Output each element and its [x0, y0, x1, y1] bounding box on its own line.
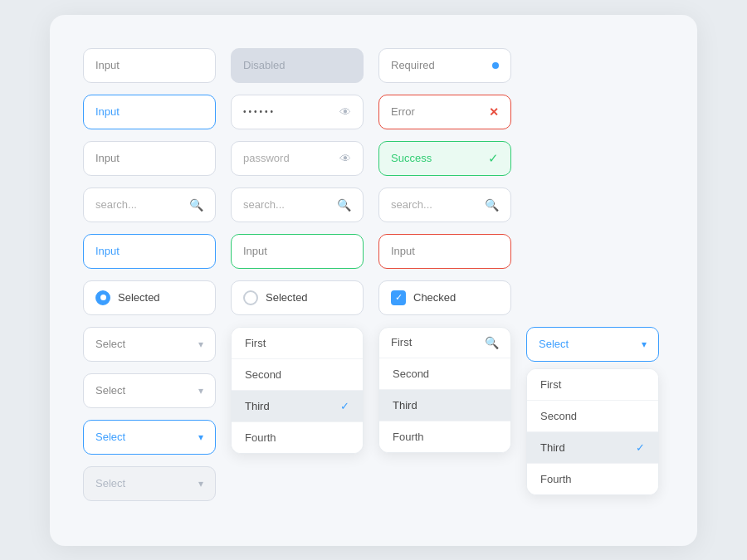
dropdown-active: First Second Third ✓ Fourth	[526, 368, 659, 495]
search-input-3[interactable]: search... 🔍	[378, 187, 511, 222]
search2-col: search... 🔍	[231, 187, 364, 222]
input-active[interactable]: Input	[83, 95, 216, 129]
input-disabled: Disabled	[231, 48, 364, 83]
radio-selected-empty[interactable]: Selected	[231, 280, 364, 315]
password-placeholder: password	[243, 152, 290, 164]
input-red-col: Input	[378, 234, 511, 269]
input-plain-col: Input	[83, 48, 216, 83]
input-red[interactable]: Input	[378, 234, 511, 269]
radio-selected-col: Selected	[83, 280, 216, 315]
input-blue[interactable]: Input	[83, 234, 216, 269]
dropdown-active-item-3[interactable]: Third ✓	[527, 432, 658, 464]
row-7: Select ▾ Select ▾ Select ▾ Select ▾ Firs…	[83, 327, 664, 501]
chevron-1: ▾	[198, 338, 203, 350]
check-icon-1: ✓	[340, 400, 349, 412]
main-card: Input Disabled Required Input •••••• 👁	[50, 15, 697, 546]
password-dots: ••••••	[243, 107, 276, 116]
input-required-label: Required	[391, 59, 435, 71]
dropdown-search-header[interactable]: First 🔍	[379, 328, 510, 358]
dropdown-plain-item-1[interactable]: First	[232, 328, 363, 359]
chevron-active: ▾	[642, 338, 647, 350]
input-password[interactable]: •••••• 👁	[231, 95, 364, 129]
search-icon-dropdown: 🔍	[485, 336, 499, 349]
search3-col: search... 🔍	[378, 187, 511, 222]
input-plain[interactable]: Input	[83, 48, 216, 83]
input-blue-col: Input	[83, 234, 216, 269]
dropdown-plain-item-4[interactable]: Fourth	[232, 422, 363, 453]
input-green[interactable]: Input	[231, 234, 364, 269]
select-3-label: Select	[95, 431, 125, 443]
select-4-label: Select	[95, 477, 125, 489]
input-active-col: Input	[83, 95, 216, 129]
checkbox-box: ✓	[391, 290, 406, 305]
chevron-3: ▾	[198, 431, 203, 443]
chevron-4: ▾	[198, 478, 203, 489]
input-plain2[interactable]: Input	[83, 141, 216, 176]
search-icon-2: 🔍	[337, 198, 351, 212]
dropdown-search-item-4[interactable]: Fourth	[379, 421, 510, 452]
checkbox-col: ✓ Checked	[378, 280, 511, 315]
checkbox-label: Checked	[413, 291, 456, 304]
radio-unselected-col: Selected	[231, 280, 364, 315]
input-success-label: Success	[391, 152, 432, 164]
search2-label: search...	[243, 198, 285, 211]
dropdown-plain: First Second Third ✓ Fourth	[231, 327, 364, 454]
input-error-col: Error ✕	[378, 95, 511, 129]
input-required[interactable]: Required	[378, 48, 511, 83]
input-red-label: Input	[391, 245, 415, 257]
input-password-col: •••••• 👁	[231, 95, 364, 129]
input-success[interactable]: Success ✓	[378, 141, 511, 176]
input-required-col: Required	[378, 48, 511, 83]
row-3: Input password 👁 Success ✓	[83, 141, 664, 176]
dropdown-plain-item-2[interactable]: Second	[232, 359, 363, 391]
input-plain-label: Input	[95, 59, 120, 71]
radio-dot-empty	[243, 290, 258, 305]
checkbox-checked[interactable]: ✓ Checked	[378, 280, 511, 315]
dropdown-active-item-1[interactable]: First	[527, 369, 658, 401]
dropdown-search-item-3[interactable]: Third	[379, 390, 510, 421]
select-4-disabled: Select ▾	[83, 466, 216, 501]
input-error[interactable]: Error ✕	[378, 95, 511, 129]
select-2-label: Select	[95, 384, 125, 397]
row-4: search... 🔍 search... 🔍 search... 🔍	[83, 187, 664, 222]
input-disabled-label: Disabled	[243, 59, 286, 71]
dropdown-search: First 🔍 Second Third Fourth	[378, 327, 511, 453]
select-3-active[interactable]: Select ▾	[83, 420, 216, 455]
search1-label: search...	[95, 198, 137, 211]
dropdown-search-item-2[interactable]: Second	[379, 358, 510, 390]
dropdown-plain-item-3[interactable]: Third ✓	[232, 391, 363, 422]
chevron-2: ▾	[198, 385, 203, 397]
dropdown-search-col: First 🔍 Second Third Fourth	[378, 327, 511, 453]
check-icon-2: ✓	[636, 441, 645, 454]
error-icon: ✕	[489, 105, 499, 119]
radio-selected-filled[interactable]: Selected	[83, 280, 216, 315]
radio-label-2: Selected	[266, 291, 308, 304]
input-disabled-col: Disabled	[231, 48, 364, 83]
row-2: Input •••••• 👁 Error ✕	[83, 95, 664, 129]
dropdown-active-item-4[interactable]: Fourth	[527, 464, 658, 494]
radio-label-1: Selected	[118, 291, 160, 304]
input-plain2-col: Input	[83, 141, 216, 176]
eye-icon-2[interactable]: 👁	[339, 152, 351, 165]
required-dot	[492, 62, 499, 69]
search-icon-1: 🔍	[189, 198, 203, 212]
search-icon-3: 🔍	[485, 198, 499, 212]
input-password2[interactable]: password 👁	[231, 141, 364, 176]
dropdown-active-item-2[interactable]: Second	[527, 401, 658, 432]
input-active-label: Input	[95, 105, 120, 118]
input-blue-label: Input	[95, 245, 120, 257]
search1-col: search... 🔍	[83, 187, 216, 222]
row-5: Input Input Input	[83, 234, 664, 269]
select-2[interactable]: Select ▾	[83, 373, 216, 408]
eye-icon[interactable]: 👁	[339, 105, 351, 119]
select-1[interactable]: Select ▾	[83, 327, 216, 362]
search-input-1[interactable]: search... 🔍	[83, 187, 216, 222]
search3-label: search...	[391, 198, 432, 211]
search-input-2[interactable]: search... 🔍	[231, 187, 364, 222]
input-password2-col: password 👁	[231, 141, 364, 176]
select-active-label: Select	[539, 338, 569, 350]
select-list-col: Select ▾ Select ▾ Select ▾ Select ▾	[83, 327, 216, 501]
input-green-col: Input	[231, 234, 364, 269]
select-active[interactable]: Select ▾	[526, 327, 659, 362]
input-green-label: Input	[243, 245, 267, 257]
